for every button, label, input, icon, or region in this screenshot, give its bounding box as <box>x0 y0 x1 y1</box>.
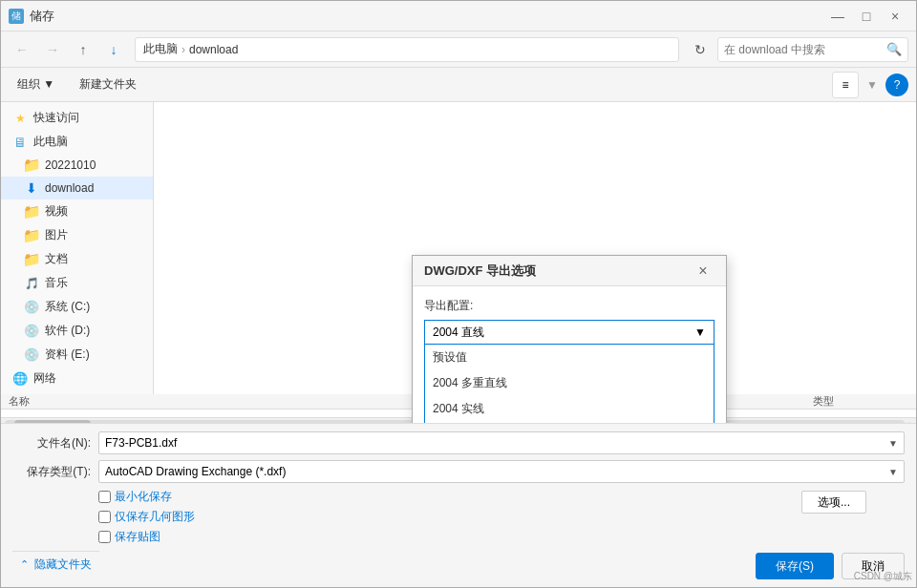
hide-folder-button[interactable]: ⌃ 隐藏文件夹 <box>12 551 99 578</box>
sidebar-item-20221010[interactable]: 📁 20221010 <box>1 154 153 177</box>
sidebar-item-this-pc[interactable]: 🖥 此电脑 <box>1 130 153 154</box>
dialog-body: 导出配置: 2004 直线 ▼ 预设值 2004 多重直线 2004 实线 20… <box>413 286 726 423</box>
close-button[interactable]: × <box>882 7 908 26</box>
filename-label: 文件名(N): <box>12 435 98 452</box>
nav-toolbar: ← → ↑ ↓ 此电脑 › download ↻ 🔍 <box>1 32 916 68</box>
organize-button[interactable]: 组织 ▼ <box>9 73 63 97</box>
dialog-title-bar: DWG/DXF 导出选项 × <box>413 256 726 286</box>
option-2004-multi[interactable]: 2004 多重直线 <box>425 370 714 396</box>
title-bar: 储 储存 — □ × <box>1 1 916 32</box>
select-value: 2004 直线 <box>433 325 484 341</box>
option-2004-solid[interactable]: 2004 实线 <box>425 396 714 422</box>
forward-button[interactable]: → <box>39 36 66 63</box>
filetype-label: 保存类型(T): <box>12 464 98 480</box>
up-button[interactable]: ↑ <box>70 36 96 63</box>
download-icon: ⬇ <box>24 180 39 196</box>
new-folder-button[interactable]: 新建文件夹 <box>71 73 145 97</box>
select-display[interactable]: 2004 直线 ▼ <box>424 320 714 345</box>
bottom-section: 文件名(N): F73-PCB1.dxf ▼ 保存类型(T): AutoCAD … <box>1 423 916 587</box>
options-button[interactable]: 选项... <box>801 491 866 514</box>
dialog-title-text: DWG/DXF 导出选项 <box>424 262 536 280</box>
sidebar-item-label: 系统 (C:) <box>45 299 90 315</box>
sidebar-item-drive-d[interactable]: 💿 软件 (D:) <box>1 319 153 343</box>
help-button[interactable]: ? <box>885 74 908 96</box>
filename-value: F73-PCB1.dxf <box>105 436 177 450</box>
drive-icon: 💿 <box>24 324 39 339</box>
geometry-only-checkbox[interactable] <box>98 511 111 523</box>
sidebar-item-network[interactable]: 🌐 网络 <box>1 367 153 390</box>
search-box: 🔍 <box>717 37 908 62</box>
options-area: 最小化保存 仅保存几何图形 保存贴图 选项... <box>12 489 905 545</box>
breadcrumb-separator: › <box>181 43 185 56</box>
minimize-button[interactable]: — <box>824 7 851 26</box>
filetype-dropdown-arrow: ▼ <box>888 467 898 477</box>
sidebar-item-drive-c[interactable]: 💿 系统 (C:) <box>1 295 153 319</box>
sidebar-item-label: 视频 <box>45 203 68 220</box>
sidebar-item-label: 音乐 <box>45 275 68 291</box>
search-input[interactable] <box>724 43 886 56</box>
sidebar-item-label: 文档 <box>45 251 68 267</box>
drive-icon: 💿 <box>24 300 39 315</box>
dialog-close-button[interactable]: × <box>692 260 714 283</box>
save-button[interactable]: 保存(S) <box>756 553 834 579</box>
star-icon: ★ <box>12 111 28 126</box>
save-texture-label: 保存贴图 <box>115 529 160 545</box>
window-icon: 储 <box>9 9 24 24</box>
refresh-button[interactable]: ↻ <box>687 36 714 63</box>
checkbox-minimize[interactable]: 最小化保存 <box>98 489 195 505</box>
filetype-value: AutoCAD Drawing Exchange (*.dxf) <box>105 465 286 478</box>
sidebar-item-pictures[interactable]: 📁 图片 <box>1 223 153 247</box>
checkbox-save-texture[interactable]: 保存贴图 <box>98 529 195 545</box>
dropdown-list: 预设值 2004 多重直线 2004 实线 2004 标准 2004 直线 CA… <box>424 345 714 423</box>
checkboxes: 最小化保存 仅保存几何图形 保存贴图 <box>12 489 195 545</box>
filename-dropdown-arrow: ▼ <box>888 438 898 449</box>
sidebar-item-label: 网络 <box>33 370 56 387</box>
scroll-arrow: › <box>908 418 912 424</box>
breadcrumb[interactable]: 此电脑 › download <box>135 37 679 62</box>
hide-folder-icon: ⌃ <box>20 558 29 571</box>
scrollbar-thumb <box>14 420 91 424</box>
breadcrumb-computer: 此电脑 <box>143 41 178 57</box>
maximize-button[interactable]: □ <box>853 7 880 26</box>
download-nav-button[interactable]: ↓ <box>100 36 127 63</box>
folder-icon: 📁 <box>24 252 39 267</box>
select-arrow: ▼ <box>694 326 706 339</box>
minimize-checkbox[interactable] <box>98 491 111 503</box>
back-button[interactable]: ← <box>9 36 35 63</box>
second-toolbar: 组织 ▼ 新建文件夹 ≡ ▼ ? <box>1 68 916 102</box>
filetype-select[interactable]: AutoCAD Drawing Exchange (*.dxf) ▼ <box>98 460 905 483</box>
save-texture-checkbox[interactable] <box>98 531 111 543</box>
drive-icon: 💿 <box>24 347 39 363</box>
computer-icon: 🖥 <box>12 135 28 150</box>
sidebar-item-drive-e[interactable]: 💿 资料 (E:) <box>1 343 153 367</box>
filename-row: 文件名(N): F73-PCB1.dxf ▼ <box>12 431 905 454</box>
sidebar-item-label: download <box>45 181 94 195</box>
option-preset[interactable]: 预设值 <box>425 345 714 370</box>
main-area: ★ 快速访问 🖥 此电脑 📁 20221010 ⬇ download 📁 视频 … <box>1 102 916 423</box>
export-config-label: 导出配置: <box>424 298 714 314</box>
option-2004-standard[interactable]: 2004 标准 <box>425 422 714 423</box>
search-icon: 🔍 <box>886 42 902 56</box>
sidebar-item-quick-access[interactable]: ★ 快速访问 <box>1 106 153 130</box>
sidebar-item-documents[interactable]: 📁 文档 <box>1 247 153 271</box>
window-controls: — □ × <box>824 7 908 26</box>
view-button[interactable]: ≡ <box>832 72 859 98</box>
export-dialog: DWG/DXF 导出选项 × 导出配置: 2004 直线 ▼ 预设值 2004 … <box>412 255 727 423</box>
geometry-only-label: 仅保存几何图形 <box>115 509 195 525</box>
watermark: CSDN @城东 <box>854 570 912 583</box>
sidebar-item-download[interactable]: ⬇ download <box>1 177 153 200</box>
breadcrumb-download: download <box>189 43 238 56</box>
folder-icon: 📁 <box>24 204 39 220</box>
sidebar-item-label: 20221010 <box>45 158 96 172</box>
sidebar-item-label: 快速访问 <box>33 110 79 126</box>
col-type-header: 类型 <box>813 394 908 409</box>
filename-input[interactable]: F73-PCB1.dxf ▼ <box>98 431 905 454</box>
network-icon: 🌐 <box>12 371 28 387</box>
sidebar-item-label: 此电脑 <box>33 134 68 150</box>
sidebar-item-videos[interactable]: 📁 视频 <box>1 200 153 223</box>
sidebar-item-label: 资料 (E:) <box>45 346 90 363</box>
bottom-bar: ⌃ 隐藏文件夹 保存(S) 取消 <box>12 549 905 579</box>
sidebar-item-music[interactable]: 🎵 音乐 <box>1 271 153 295</box>
music-icon: 🎵 <box>24 276 39 291</box>
checkbox-geometry-only[interactable]: 仅保存几何图形 <box>98 509 195 525</box>
